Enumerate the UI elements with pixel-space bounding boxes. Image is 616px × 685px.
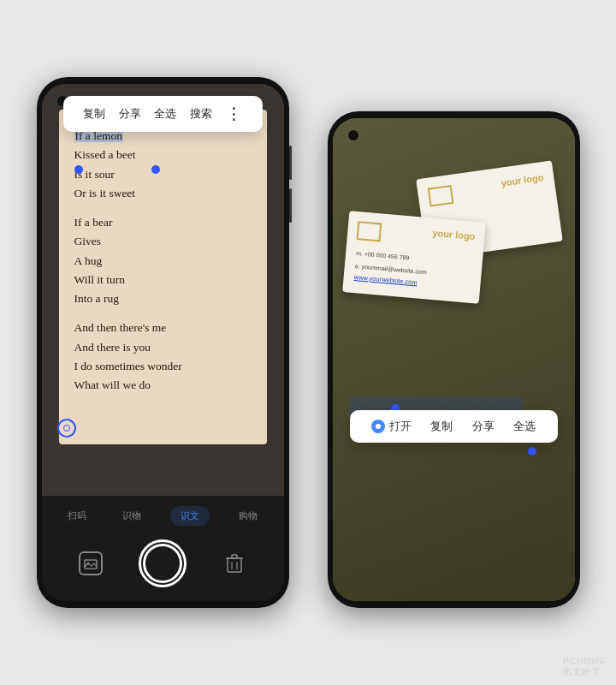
logo-frame-front xyxy=(356,221,382,241)
card-logo-text-front: your logo xyxy=(431,228,475,241)
open-label[interactable]: 打开 xyxy=(389,419,412,434)
poem-line-2: Kissed a beet xyxy=(74,146,252,164)
tab-row: 扫码 识物 识文 购物 xyxy=(42,503,284,533)
book-page: If a lemon Kissed a beet Is it sour Or i… xyxy=(59,110,267,444)
camera-view-right: your logo your tagline here your logo m.… xyxy=(333,118,575,601)
left-screen-background: If a lemon Kissed a beet Is it sour Or i… xyxy=(42,84,284,601)
stanza-1: If a lemon Kissed a beet Is it sour Or i… xyxy=(74,127,252,203)
copy-button[interactable]: 复制 xyxy=(83,106,105,122)
poem-line-4: Or is it sweet xyxy=(74,184,252,203)
select-all-button[interactable]: 全选 xyxy=(154,106,176,122)
scan-icon xyxy=(57,419,76,438)
poem-line-12: I do sometimes wonder xyxy=(74,357,252,376)
tab-scan[interactable]: 扫码 xyxy=(61,506,93,526)
shutter-button[interactable] xyxy=(139,539,187,587)
poem-line-8: Will it turn xyxy=(74,271,252,289)
search-button[interactable]: 搜索 xyxy=(190,106,212,122)
card-front-content: your logo m. +00 000 456 789 e. youremai… xyxy=(349,218,477,296)
poem-line-7: A hug xyxy=(74,252,252,271)
watermark-text: PCHOME xyxy=(563,657,606,666)
poem-line-6: Gives xyxy=(74,232,252,251)
selection-handle-right-end xyxy=(528,447,536,456)
poem-text: If a lemon Kissed a beet Is it sour Or i… xyxy=(74,127,252,395)
context-menu-right: 打开 复制 分享 全选 xyxy=(350,410,558,443)
right-phone: your logo your tagline here your logo m.… xyxy=(328,111,580,608)
card-contact-info: m. +00 000 456 789 e. youremail@website.… xyxy=(354,246,428,277)
poem-line-5: If a bear xyxy=(74,213,252,232)
open-circle-inner xyxy=(376,424,381,429)
page-container: If a lemon Kissed a beet Is it sour Or i… xyxy=(0,0,616,685)
open-circle-icon xyxy=(371,420,385,433)
watermark: PCHOME 机太好了 xyxy=(563,657,606,678)
svg-rect-2 xyxy=(228,558,241,572)
right-phone-screen: your logo your tagline here your logo m.… xyxy=(333,118,575,601)
tab-identify[interactable]: 识物 xyxy=(116,506,148,526)
card-logo-text-back: your logo xyxy=(500,172,543,188)
right-screen-background: your logo your tagline here your logo m.… xyxy=(333,118,575,601)
selection-handle-end xyxy=(151,165,160,174)
share-button[interactable]: 分享 xyxy=(119,106,141,122)
stanza-2: If a bear Gives A hug Will it turn Into … xyxy=(74,213,252,308)
volume-down-button[interactable] xyxy=(289,188,292,223)
left-phone-screen: If a lemon Kissed a beet Is it sour Or i… xyxy=(42,84,284,601)
shutter-inner xyxy=(143,544,182,583)
stanza-3: And then there's me And there is you I d… xyxy=(74,319,252,395)
poem-line-10: And then there's me xyxy=(74,319,252,337)
gallery-icon xyxy=(79,551,103,575)
gallery-button[interactable] xyxy=(75,548,106,579)
left-phone: If a lemon Kissed a beet Is it sour Or i… xyxy=(37,77,289,608)
poem-line-3: Is it sour xyxy=(74,165,252,184)
delete-button[interactable] xyxy=(219,548,250,579)
copy-right-button[interactable]: 复制 xyxy=(430,419,453,434)
poem-line-11: And there is you xyxy=(74,338,252,357)
business-card-front: your logo m. +00 000 456 789 e. youremai… xyxy=(342,211,486,304)
poem-line-13: What will we do xyxy=(74,376,252,395)
camera-controls xyxy=(42,533,284,598)
more-options-button[interactable]: ⋮ xyxy=(226,104,242,123)
scan-icon-inner xyxy=(63,425,70,432)
tab-shop[interactable]: 购物 xyxy=(232,506,264,526)
selection-handle-start xyxy=(74,165,83,174)
volume-up-button[interactable] xyxy=(289,146,292,180)
tab-translate[interactable]: 识文 xyxy=(170,506,210,526)
watermark-sub: 机太好了 xyxy=(563,667,601,676)
logo-frame-left xyxy=(427,185,453,207)
front-camera-right xyxy=(348,130,358,140)
context-menu-left: 复制 分享 全选 搜索 ⋮ xyxy=(63,96,263,132)
select-all-right-button[interactable]: 全选 xyxy=(513,419,536,434)
poem-line-9: Into a rug xyxy=(74,289,252,308)
camera-view-left: If a lemon Kissed a beet Is it sour Or i… xyxy=(42,84,284,496)
open-button[interactable]: 打开 xyxy=(371,419,412,434)
share-right-button[interactable]: 分享 xyxy=(472,419,495,434)
bottom-bar: 扫码 识物 识文 购物 xyxy=(42,496,284,601)
